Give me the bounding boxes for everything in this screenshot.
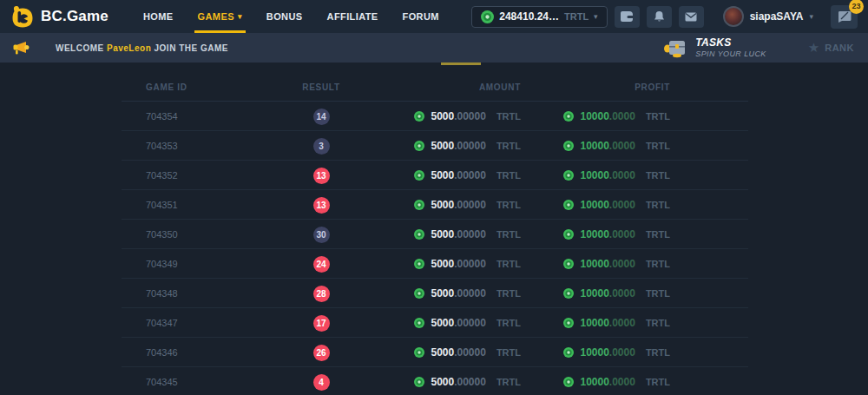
table-row[interactable]: 704353 3 5000.00000 TRTL 10000.0000 TRTL (122, 131, 748, 161)
coin-icon (414, 170, 424, 181)
game-id-cell: 704349 (122, 259, 286, 269)
chat-button-wrap: 23 (831, 5, 858, 29)
amount-cell: 5000.00000 TRTL (356, 346, 521, 359)
nav-item-home[interactable]: HOME (131, 0, 186, 33)
result-badge: 30 (313, 227, 330, 243)
coin-icon (563, 288, 574, 299)
chevron-down-icon: ▾ (809, 12, 813, 21)
top-bar: BC.Game HOME GAMES ▾ BONUS AFFILIATE FOR… (0, 0, 868, 33)
table-row[interactable]: 704349 24 5000.00000 TRTL 10000.0000 TRT… (122, 249, 748, 279)
vault-button[interactable] (615, 6, 640, 28)
amount-integer: 5000 (431, 110, 454, 122)
coin-icon (414, 347, 424, 358)
coin-icon (563, 141, 574, 151)
table-row[interactable]: 704354 14 5000.00000 TRTL 10000.0000 TRT… (122, 102, 748, 131)
table-row[interactable]: 704346 26 5000.00000 TRTL 10000.0000 TRT… (122, 338, 748, 367)
treasure-chest-icon (662, 37, 688, 58)
profit-decimal: .0000 (609, 199, 635, 211)
nav-item-bonus[interactable]: BONUS (254, 0, 315, 33)
profit-cell: 10000.0000 TRTL (521, 287, 670, 300)
coin-icon (563, 200, 574, 210)
profit-cell: 10000.0000 TRTL (521, 110, 670, 122)
vault-icon (620, 10, 634, 23)
amount-decimal: .00000 (454, 258, 486, 270)
brand-logo[interactable]: BC.Game (11, 4, 108, 29)
profit-currency-label: TRTL (646, 229, 670, 240)
coin-icon (563, 170, 574, 181)
main-content: GAME ID RESULT AMOUNT PROFIT 704354 14 5… (0, 63, 868, 395)
amount-cell: 5000.00000 TRTL (356, 228, 521, 240)
game-id-cell: 704353 (122, 141, 286, 151)
table-row[interactable]: 704352 13 5000.00000 TRTL 10000.0000 TRT… (122, 161, 748, 190)
username: siapaSAYA (750, 10, 804, 23)
messages-button[interactable] (679, 6, 704, 28)
amount-currency-label: TRTL (496, 170, 521, 181)
table-row[interactable]: 704347 17 5000.00000 TRTL 10000.0000 TRT… (122, 308, 748, 338)
notifications-button[interactable] (647, 6, 672, 28)
user-menu[interactable]: siapaSAYA ▾ (723, 6, 813, 27)
col-header-game-id: GAME ID (122, 82, 286, 92)
amount-integer: 5000 (431, 140, 454, 152)
profit-currency-label: TRTL (646, 170, 670, 181)
rank-widget[interactable]: ★ RANK (808, 40, 854, 56)
amount-integer: 5000 (431, 199, 454, 211)
profit-currency-label: TRTL (646, 111, 670, 122)
table-row[interactable]: 704351 13 5000.00000 TRTL 10000.0000 TRT… (122, 190, 748, 220)
profit-integer: 10000 (580, 169, 608, 181)
amount-currency-label: TRTL (496, 259, 521, 269)
profit-currency-label: TRTL (646, 347, 670, 358)
coin-icon (563, 347, 574, 358)
profit-cell: 10000.0000 TRTL (521, 140, 670, 152)
amount-integer: 5000 (431, 346, 454, 359)
coin-icon (563, 259, 574, 269)
nav-item-forum[interactable]: FORUM (391, 0, 451, 33)
table-header-row: GAME ID RESULT AMOUNT PROFIT (122, 74, 748, 102)
game-id-cell: 704352 (122, 170, 286, 181)
profit-decimal: .0000 (609, 376, 635, 388)
result-cell: 13 (286, 167, 356, 184)
amount-currency-label: TRTL (496, 318, 521, 328)
table-row[interactable]: 704350 30 5000.00000 TRTL 10000.0000 TRT… (122, 220, 748, 249)
profit-cell: 10000.0000 TRTL (521, 258, 670, 270)
bell-icon (654, 10, 665, 23)
welcome-username: PaveLeon (107, 43, 151, 53)
avatar (723, 6, 744, 27)
table-row[interactable]: 704348 28 5000.00000 TRTL 10000.0000 TRT… (122, 279, 748, 308)
balance-amount: 248410.24… (499, 10, 559, 23)
main-nav: HOME GAMES ▾ BONUS AFFILIATE FORUM (131, 0, 451, 33)
megaphone-icon (12, 41, 30, 56)
balance-selector[interactable]: 248410.24… TRTL ▾ (471, 6, 607, 28)
amount-decimal: .00000 (454, 110, 486, 122)
result-badge: 28 (313, 286, 330, 302)
tasks-widget[interactable]: TASKS SPIN YOUR LUCK (662, 37, 766, 58)
amount-cell: 5000.00000 TRTL (356, 110, 521, 122)
table-row[interactable]: 704345 4 5000.00000 TRTL 10000.0000 TRTL (122, 367, 748, 395)
result-badge: 4 (313, 374, 330, 391)
result-badge: 24 (313, 256, 330, 273)
amount-integer: 5000 (431, 228, 454, 240)
col-header-amount: AMOUNT (356, 82, 521, 92)
profit-currency-label: TRTL (646, 318, 670, 328)
tasks-subtitle: SPIN YOUR LUCK (695, 49, 766, 58)
nav-item-affiliate[interactable]: AFFILIATE (315, 0, 391, 33)
amount-decimal: .00000 (454, 169, 486, 181)
coin-icon (414, 288, 424, 299)
result-badge: 26 (313, 345, 330, 361)
amount-cell: 5000.00000 TRTL (356, 199, 521, 211)
coin-icon (414, 377, 424, 387)
amount-cell: 5000.00000 TRTL (356, 376, 521, 388)
tasks-text: TASKS SPIN YOUR LUCK (695, 37, 766, 58)
chat-unread-badge: 23 (849, 0, 864, 14)
profit-decimal: .0000 (609, 346, 635, 359)
amount-currency-label: TRTL (496, 377, 521, 387)
welcome-suffix: JOIN THE GAME (155, 43, 228, 53)
amount-cell: 5000.00000 TRTL (356, 140, 521, 152)
nav-item-games[interactable]: GAMES ▾ (186, 0, 254, 33)
bets-table: GAME ID RESULT AMOUNT PROFIT 704354 14 5… (122, 63, 748, 395)
profit-integer: 10000 (580, 317, 608, 329)
profit-integer: 10000 (580, 199, 608, 211)
coin-icon (414, 229, 424, 240)
result-cell: 28 (286, 285, 356, 302)
nav-item-games-label: GAMES (198, 11, 234, 22)
amount-cell: 5000.00000 TRTL (356, 258, 521, 270)
